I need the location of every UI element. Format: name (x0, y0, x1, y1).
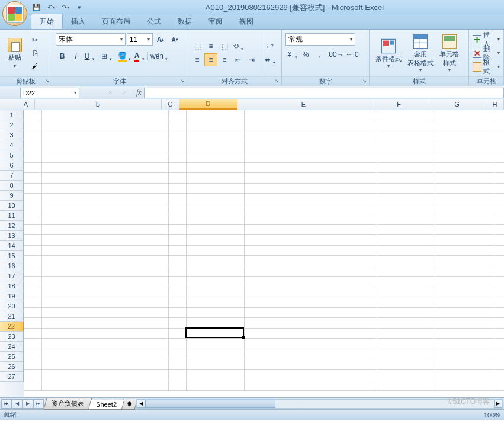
formula-input[interactable] (144, 88, 504, 98)
undo-button[interactable]: ↶▾ (45, 2, 57, 14)
increase-font-button[interactable]: A▴ (154, 33, 167, 46)
fill-color-button[interactable]: 🪣 (117, 50, 132, 63)
row-header-14[interactable]: 14 (0, 241, 24, 251)
row-header-4[interactable]: 4 (0, 140, 24, 150)
row-header-22[interactable]: 22 (0, 322, 24, 332)
format-painter-button[interactable] (28, 60, 41, 72)
italic-button[interactable]: I (69, 50, 82, 63)
row-header-16[interactable]: 16 (0, 261, 24, 271)
col-header-B[interactable]: B (35, 99, 162, 110)
tab-view[interactable]: 视图 (231, 14, 262, 29)
format-cells-button[interactable]: 格式▾ (471, 60, 501, 73)
row-header-9[interactable]: 9 (0, 191, 24, 201)
row-header-15[interactable]: 15 (0, 251, 24, 261)
align-top-button[interactable]: ⬚ (191, 40, 204, 53)
scroll-right-button[interactable]: ▶ (494, 400, 502, 408)
tab-home[interactable]: 开始 (31, 14, 63, 29)
cell-styles-button[interactable]: 单元格 样式▾ (437, 32, 461, 74)
redo-button[interactable]: ↷▾ (59, 2, 71, 14)
prev-sheet-button[interactable]: ◀ (12, 399, 23, 409)
bold-button[interactable]: B (56, 50, 69, 63)
sheet-tab-2[interactable]: Sheet2 (88, 400, 124, 410)
row-header-23[interactable]: 23 (0, 332, 24, 342)
row-header-8[interactable]: 8 (0, 181, 24, 191)
select-all-corner[interactable] (0, 99, 17, 110)
row-header-25[interactable]: 25 (0, 352, 24, 362)
tab-page-layout[interactable]: 页面布局 (94, 14, 139, 29)
save-button[interactable]: 💾 (31, 2, 43, 14)
underline-button[interactable]: U (83, 50, 96, 63)
row-header-11[interactable]: 11 (0, 211, 24, 221)
qat-customize[interactable]: ▾ (73, 2, 85, 14)
cut-button[interactable] (28, 34, 41, 46)
tab-data[interactable]: 数据 (169, 14, 200, 29)
row-header-17[interactable]: 17 (0, 271, 24, 281)
row-header-5[interactable]: 5 (0, 150, 24, 160)
number-format-select[interactable]: 常规▾ (285, 33, 355, 46)
col-header-C[interactable]: C (162, 99, 179, 110)
dialog-launcher-icon[interactable]: ↘ (361, 78, 368, 85)
dialog-launcher-icon[interactable]: ↘ (178, 78, 185, 85)
font-color-button[interactable]: A (133, 50, 146, 63)
enter-formula-button[interactable]: ✓ (117, 88, 131, 98)
fx-icon[interactable]: fx (136, 88, 142, 97)
font-size-select[interactable]: 11▾ (127, 33, 153, 46)
next-sheet-button[interactable]: ▶ (23, 399, 33, 409)
align-center-button[interactable]: ≡ (204, 53, 217, 66)
scroll-thumb[interactable] (145, 400, 275, 408)
tab-insert[interactable]: 插入 (63, 14, 94, 29)
decrease-indent-button[interactable]: ⇤ (232, 53, 245, 66)
align-right-button[interactable]: ≡ (218, 53, 231, 66)
increase-indent-button[interactable]: ⇥ (245, 53, 258, 66)
decrease-decimal-button[interactable]: ←.0 (345, 48, 359, 61)
row-header-10[interactable]: 10 (0, 201, 24, 211)
col-header-G[interactable]: G (428, 99, 486, 110)
col-header-H[interactable]: H (486, 99, 504, 110)
align-left-button[interactable]: ≡ (191, 53, 204, 66)
cells-area[interactable] (24, 110, 504, 397)
orientation-button[interactable]: ⟲ (232, 40, 245, 53)
row-header-1[interactable]: 1 (0, 110, 24, 120)
row-header-24[interactable]: 24 (0, 342, 24, 352)
row-header-18[interactable]: 18 (0, 281, 24, 291)
font-name-select[interactable]: 宋体▾ (56, 33, 126, 46)
dialog-launcher-icon[interactable]: ↘ (43, 78, 50, 85)
row-header-26[interactable]: 26 (0, 362, 24, 372)
align-bottom-button[interactable]: ⬚ (218, 40, 231, 53)
wrap-text-button[interactable]: ⮐ (264, 40, 277, 53)
phonetic-button[interactable]: wén (150, 50, 169, 63)
copy-button[interactable] (28, 47, 41, 59)
accounting-format-button[interactable]: ¥ (285, 48, 298, 61)
merge-center-button[interactable]: ⬌ (264, 53, 277, 66)
row-header-12[interactable]: 12 (0, 221, 24, 231)
paste-button[interactable]: 粘贴 ▾ (4, 37, 26, 70)
row-header-3[interactable]: 3 (0, 130, 24, 140)
last-sheet-button[interactable]: ⏭ (33, 399, 44, 409)
col-header-E[interactable]: E (237, 99, 370, 110)
row-header-7[interactable]: 7 (0, 171, 24, 181)
comma-button[interactable]: , (313, 48, 326, 61)
first-sheet-button[interactable]: ⏮ (1, 399, 12, 409)
col-header-D[interactable]: D (179, 99, 237, 110)
name-box[interactable]: D22▾ (20, 88, 79, 98)
row-header-20[interactable]: 20 (0, 301, 24, 311)
zoom-level[interactable]: 100% (484, 412, 500, 419)
align-middle-button[interactable]: ≡ (204, 40, 217, 53)
sheet-tab-1[interactable]: 资产负债表 (43, 398, 92, 410)
dialog-launcher-icon[interactable]: ↘ (273, 78, 280, 85)
tab-review[interactable]: 审阅 (200, 14, 231, 29)
tab-formulas[interactable]: 公式 (139, 14, 169, 29)
scroll-left-button[interactable]: ◀ (137, 400, 145, 408)
borders-button[interactable]: ⊞ (100, 50, 113, 63)
row-header-13[interactable]: 13 (0, 231, 24, 241)
row-header-2[interactable]: 2 (0, 120, 24, 130)
row-header-6[interactable]: 6 (0, 160, 24, 171)
decrease-font-button[interactable]: A▾ (168, 33, 181, 46)
row-header-19[interactable]: 19 (0, 291, 24, 301)
row-header-21[interactable]: 21 (0, 311, 24, 322)
percent-button[interactable]: % (299, 48, 312, 61)
row-header-27[interactable]: 27 (0, 372, 24, 382)
col-header-A[interactable]: A (17, 99, 35, 110)
cancel-formula-button[interactable]: ✕ (103, 88, 117, 98)
conditional-formatting-button[interactable]: 条件格式▾ (373, 37, 404, 70)
